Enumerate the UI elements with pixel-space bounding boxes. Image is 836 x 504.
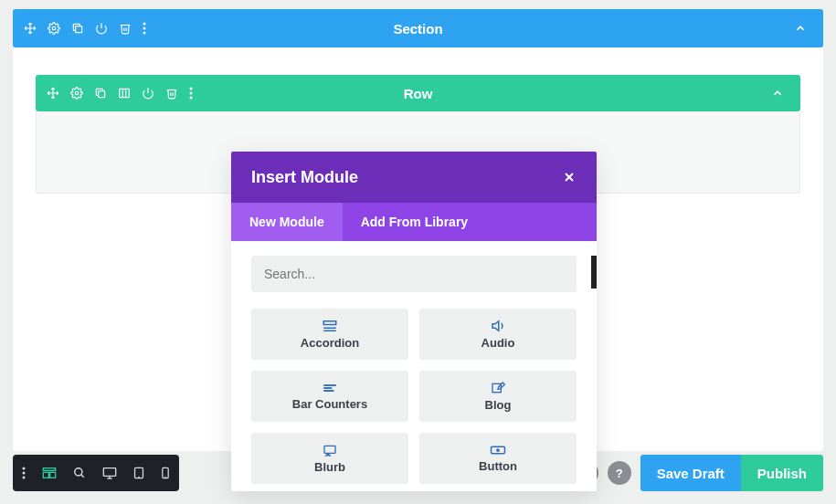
svg-point-4	[143, 27, 146, 30]
insert-module-modal: Insert Module New Module Add From Librar…	[231, 152, 597, 491]
tab-new-module[interactable]: New Module	[231, 203, 343, 241]
svg-marker-22	[492, 320, 499, 331]
phone-icon[interactable]	[161, 467, 170, 479]
zoom-icon[interactable]	[73, 467, 86, 479]
move-icon[interactable]	[47, 87, 59, 100]
svg-point-13	[190, 92, 193, 95]
publish-buttons: Save Draft Publish	[640, 455, 823, 491]
svg-point-6	[75, 91, 79, 95]
section-toolbar	[24, 22, 146, 35]
module-audio[interactable]: Audio	[419, 309, 577, 360]
module-label: Bar Counters	[292, 397, 367, 411]
svg-rect-27	[324, 446, 335, 453]
modal-body: Accordion Audio Bar Counters Blog Blurb …	[231, 241, 597, 491]
wireframe-view-icon[interactable]	[42, 467, 57, 479]
module-blurb[interactable]: Blurb	[251, 433, 408, 484]
power-icon[interactable]	[142, 87, 154, 100]
tab-add-from-library[interactable]: Add From Library	[343, 203, 486, 241]
svg-rect-7	[99, 91, 105, 98]
more-icon[interactable]	[143, 22, 146, 35]
section-header: Section	[13, 9, 823, 47]
trash-icon[interactable]	[119, 22, 132, 35]
svg-rect-33	[43, 468, 55, 471]
scrollbar[interactable]	[591, 256, 597, 289]
audio-icon	[490, 320, 506, 332]
svg-point-31	[23, 472, 26, 475]
svg-point-29	[497, 448, 499, 450]
blog-icon	[491, 382, 505, 394]
row-header: Row	[36, 75, 800, 111]
gear-icon[interactable]	[48, 22, 60, 35]
svg-rect-19	[323, 320, 336, 324]
trash-icon[interactable]	[165, 87, 178, 100]
accordion-icon	[322, 320, 338, 332]
svg-rect-8	[120, 89, 130, 97]
module-label: Accordion	[301, 336, 359, 350]
svg-rect-35	[50, 472, 56, 478]
module-blog[interactable]: Blog	[419, 371, 577, 422]
svg-point-36	[75, 468, 82, 476]
module-label: Blurb	[314, 460, 345, 474]
button-icon	[490, 445, 506, 456]
chevron-up-icon[interactable]	[794, 22, 807, 35]
module-button[interactable]: Button	[419, 433, 577, 484]
blurb-icon	[323, 444, 337, 457]
svg-rect-34	[43, 472, 48, 478]
module-label: Button	[479, 459, 517, 473]
desktop-icon[interactable]	[102, 467, 117, 479]
duplicate-icon[interactable]	[71, 22, 84, 35]
tablet-icon[interactable]	[133, 467, 144, 479]
module-accordion[interactable]: Accordion	[251, 309, 408, 360]
svg-point-32	[23, 477, 26, 479]
chevron-up-icon[interactable]	[771, 87, 784, 100]
modal-tabs: New Module Add From Library	[231, 203, 597, 241]
gear-icon[interactable]	[70, 87, 83, 100]
duplicate-icon[interactable]	[94, 87, 107, 100]
save-draft-button[interactable]: Save Draft	[640, 455, 741, 491]
columns-icon[interactable]	[118, 87, 131, 100]
module-grid: Accordion Audio Bar Counters Blog Blurb …	[251, 309, 577, 484]
svg-point-3	[143, 23, 146, 26]
module-label: Blog	[485, 398, 512, 412]
svg-point-14	[190, 97, 193, 100]
modal-header: Insert Module	[231, 152, 597, 203]
module-bar-counters[interactable]: Bar Counters	[251, 371, 408, 422]
module-label: Audio	[481, 336, 515, 350]
bottom-right-actions: ? Save Draft Publish	[575, 455, 823, 491]
move-icon[interactable]	[24, 22, 37, 35]
power-icon[interactable]	[95, 22, 108, 35]
svg-rect-38	[103, 468, 115, 477]
svg-point-12	[190, 88, 193, 90]
bars-icon	[322, 383, 338, 394]
more-icon[interactable]	[22, 467, 26, 479]
more-icon[interactable]	[189, 87, 193, 100]
row-toolbar	[47, 87, 193, 100]
publish-button[interactable]: Publish	[741, 455, 823, 491]
svg-point-30	[23, 467, 26, 470]
svg-rect-1	[76, 26, 82, 33]
svg-line-37	[81, 475, 84, 478]
search-input[interactable]	[251, 256, 577, 292]
close-icon[interactable]	[562, 170, 577, 184]
bottom-toolbar	[13, 455, 179, 491]
svg-point-5	[143, 32, 146, 35]
svg-point-0	[52, 26, 56, 30]
modal-title: Insert Module	[251, 168, 358, 187]
help-button[interactable]: ?	[608, 461, 631, 485]
